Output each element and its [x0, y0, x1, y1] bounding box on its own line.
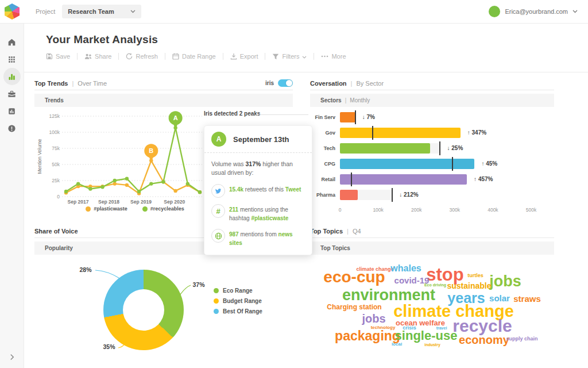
- cloud-word[interactable]: straws: [513, 294, 541, 303]
- green-link[interactable]: 987: [229, 231, 239, 237]
- iris-toggle[interactable]: iris: [265, 79, 293, 87]
- change-badge: ↓ 7%: [362, 112, 375, 122]
- cloud-word[interactable]: stop: [426, 266, 463, 283]
- benchmark-tick: [351, 172, 352, 186]
- project-select[interactable]: Research Team: [62, 5, 141, 18]
- iris-annotation: Iris detected 2 peaks: [204, 110, 260, 117]
- app-logo[interactable]: [0, 3, 24, 20]
- cloud-word[interactable]: industry: [424, 343, 440, 347]
- toolbar-button-filters[interactable]: Filters: [265, 53, 314, 60]
- cloud-word[interactable]: environment: [342, 288, 435, 303]
- cloud-word[interactable]: local: [392, 342, 402, 347]
- legend-label: Eco Range: [223, 288, 253, 294]
- green-link[interactable]: 15.4k: [229, 186, 243, 193]
- data-point[interactable]: [137, 190, 141, 193]
- sidebar-item-reports[interactable]: [3, 102, 21, 120]
- separator: |: [345, 97, 347, 103]
- sidebar-item-apps[interactable]: [3, 51, 21, 68]
- cloud-word[interactable]: jobs: [489, 274, 521, 289]
- sector-bar[interactable]: [340, 112, 355, 122]
- toolbar-button-date-range[interactable]: Date Range: [165, 53, 223, 60]
- peak-marker-B[interactable]: B: [144, 144, 158, 162]
- data-point[interactable]: [88, 187, 92, 190]
- data-point[interactable]: [113, 179, 117, 182]
- toolbar-button-label: Filters: [282, 53, 299, 60]
- toolbar-button-refresh[interactable]: Refresh: [118, 53, 165, 60]
- cloud-word[interactable]: packaging: [335, 329, 400, 343]
- cloud-word[interactable]: supply chain: [506, 336, 537, 342]
- toggle-switch[interactable]: [278, 79, 293, 87]
- cloud-word[interactable]: sustainable: [447, 282, 491, 290]
- donut-hole: [123, 289, 164, 331]
- toolbar-button-share[interactable]: Share: [77, 53, 118, 60]
- data-point[interactable]: [173, 189, 177, 193]
- green-link[interactable]: 211: [229, 206, 238, 213]
- sidebar-expand-button[interactable]: [0, 353, 24, 361]
- save-icon: [46, 53, 53, 60]
- legend-dot-icon: [214, 298, 219, 304]
- y-tick-label: 50k: [52, 162, 60, 167]
- section-label: Top Topics: [320, 245, 350, 251]
- data-point[interactable]: [113, 182, 117, 185]
- data-point[interactable]: [125, 183, 129, 187]
- cloud-word[interactable]: jobs: [362, 313, 385, 324]
- cloud-word[interactable]: eco-cup: [323, 269, 385, 285]
- sector-bar[interactable]: [340, 143, 430, 154]
- change-badge: ↓ 212%: [399, 190, 418, 200]
- sidebar-item-projects[interactable]: [3, 85, 21, 102]
- cloud-word[interactable]: solar: [489, 294, 510, 302]
- sector-bar[interactable]: [340, 128, 461, 138]
- data-point[interactable]: [149, 182, 153, 185]
- green-link[interactable]: #plasticwaste: [251, 215, 288, 221]
- legend-item: Budget Range: [214, 297, 262, 304]
- peak-marker-A[interactable]: A: [169, 111, 183, 129]
- cloud-word[interactable]: single-use: [395, 329, 458, 342]
- user-menu[interactable]: Erica@yourbrand.com: [489, 6, 578, 17]
- cloud-word[interactable]: whales: [390, 264, 421, 273]
- topics-section-bar: Top Topics: [310, 241, 554, 255]
- sector-bar[interactable]: [340, 159, 474, 169]
- data-point[interactable]: [100, 185, 104, 189]
- toolbar-button-label: Share: [95, 53, 111, 60]
- sector-bar[interactable]: [340, 190, 358, 200]
- benchmark-tick: [355, 110, 356, 124]
- sector-bar[interactable]: [340, 174, 467, 185]
- chevron-down-icon: [302, 56, 307, 59]
- peak-driver-list: 15.4k retweets of this Tweet#211 mention…: [211, 184, 305, 247]
- legend-label: Best Of Range: [223, 308, 262, 315]
- change-badge: ↑ 347%: [467, 128, 486, 138]
- project-select-value: Research Team: [68, 8, 114, 15]
- toolbar-button-label: More: [331, 53, 346, 60]
- cloud-word[interactable]: economy: [459, 334, 509, 346]
- bar-area: ↓ 7%: [340, 112, 554, 122]
- x-tick-label: 400k: [488, 207, 498, 213]
- sidebar-item-alerts[interactable]: [3, 120, 21, 137]
- topics-panel-header: Top Topics | Q4: [310, 224, 554, 238]
- data-point[interactable]: [198, 190, 202, 194]
- data-point[interactable]: [125, 177, 129, 180]
- toolbar-button-more[interactable]: More: [314, 53, 353, 60]
- cloud-word[interactable]: turtles: [467, 273, 483, 278]
- data-point[interactable]: [186, 182, 189, 185]
- data-point[interactable]: [76, 182, 80, 185]
- panel-subtitle: By Sector: [356, 80, 384, 87]
- toolbar-button-save[interactable]: Save: [46, 53, 77, 60]
- bar-chart-icon: [7, 72, 16, 81]
- y-tick-label: 25k: [52, 178, 60, 183]
- x-tick-label: Sep 2019: [130, 199, 152, 205]
- cloud-word[interactable]: recycle: [452, 317, 512, 335]
- briefcase-icon: [7, 90, 16, 98]
- separator: |: [72, 80, 74, 87]
- panel-title: Top Trends: [34, 80, 68, 87]
- green-link[interactable]: Tweet: [285, 186, 301, 193]
- data-point[interactable]: [64, 190, 68, 193]
- x-tick-label: 0: [339, 207, 342, 213]
- sidebar-item-analytics[interactable]: [3, 68, 21, 85]
- toolbar-button-export[interactable]: Export: [223, 53, 265, 60]
- x-tick-label: Sep 2020: [164, 199, 185, 205]
- data-point[interactable]: [161, 180, 165, 183]
- cloud-word[interactable]: Charging station: [327, 304, 381, 310]
- x-tick-label: Sep 2018: [98, 199, 119, 205]
- hashtag-icon-circle: #: [211, 204, 225, 218]
- sidebar-item-home[interactable]: [3, 33, 21, 51]
